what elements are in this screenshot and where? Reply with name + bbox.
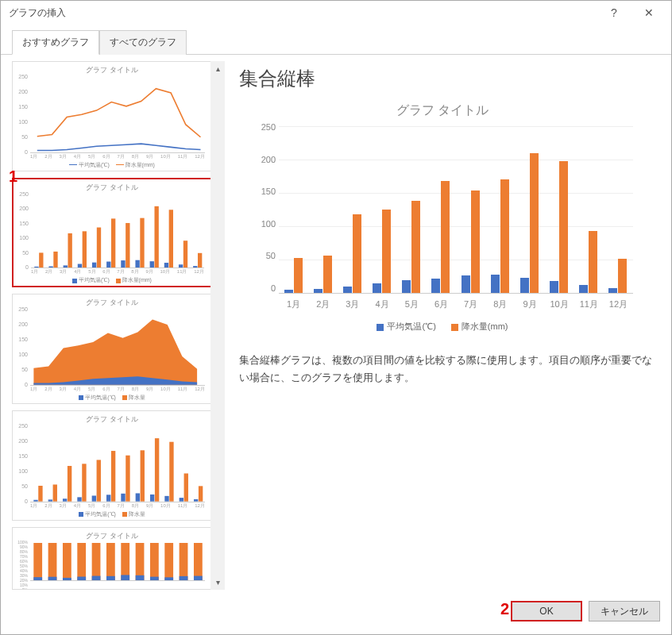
bar-group	[456, 126, 485, 293]
bar-temp	[462, 275, 470, 293]
chart-thumbnail-bar-2[interactable]: グラフ タイトル 250200150100500 1月2月3月4月5月6月7月8…	[12, 410, 212, 521]
svg-rect-53	[48, 576, 57, 580]
x-label: 12月	[604, 298, 633, 310]
thumbnail-list: グラフ タイトル 250200150100500 1月2月3月4	[12, 61, 218, 590]
svg-rect-33	[82, 464, 86, 501]
svg-rect-44	[164, 496, 168, 502]
svg-rect-17	[154, 206, 158, 268]
svg-rect-64	[136, 543, 145, 580]
svg-rect-23	[198, 252, 202, 267]
svg-rect-16	[150, 261, 154, 268]
insert-chart-dialog: グラフの挿入 ? ✕ おすすめグラフ すべてのグラフ 1 グラフ タイトル 25…	[0, 0, 672, 635]
bar-rain	[530, 153, 539, 293]
tabs: おすすめグラフ すべてのグラフ	[1, 25, 671, 55]
thumb-xticks: 1月2月3月4月5月6月7月8月9月10月11月12月	[30, 153, 205, 160]
svg-rect-73	[194, 575, 203, 580]
svg-rect-66	[150, 543, 159, 580]
svg-rect-54	[63, 543, 71, 580]
bar-rain	[471, 190, 480, 293]
svg-rect-9	[97, 227, 101, 267]
tab-all[interactable]: すべてのグラフ	[99, 30, 187, 55]
thumb-yticks: 250200150100500	[15, 74, 28, 155]
svg-rect-42	[150, 495, 154, 502]
bar-temp	[314, 289, 322, 293]
bar-rain	[411, 201, 420, 293]
legend-entry-temp: 平均気温(℃)	[377, 321, 438, 331]
thumb-title: グラフ タイトル	[17, 414, 207, 425]
svg-rect-28	[48, 499, 52, 501]
bar-group	[368, 126, 397, 293]
chart-thumbnail-clustered-bar[interactable]: グラフ タイトル 250200150100500 1月2月3月4月5月6月7月8…	[12, 178, 212, 288]
x-label: 11月	[574, 298, 604, 310]
chart-type-title: 集合縦棒	[239, 66, 654, 91]
svg-rect-26	[33, 500, 37, 502]
svg-rect-58	[92, 543, 101, 580]
bar-rain	[500, 179, 509, 293]
svg-rect-29	[53, 485, 57, 502]
bar-rain	[589, 231, 597, 293]
help-button[interactable]: ?	[597, 2, 631, 23]
bar-temp	[520, 278, 529, 293]
bar-temp	[402, 280, 411, 293]
svg-rect-39	[126, 456, 129, 502]
tab-recommended[interactable]: おすすめグラフ	[12, 30, 99, 55]
legend-swatch-orange	[451, 324, 458, 331]
dialog-title: グラフの挿入	[9, 6, 597, 20]
svg-rect-38	[121, 494, 125, 502]
thumb-yticks: 250200150100500	[15, 423, 28, 504]
chart-thumbnail-stacked[interactable]: グラフ タイトル 100%90%80%70%60%50%40%30%20%10%…	[12, 527, 212, 590]
scroll-up-icon[interactable]: ▴	[216, 61, 220, 76]
chart-thumbnail-line[interactable]: グラフ タイトル 250200150100500 1月2月3月4	[12, 61, 212, 171]
scroll-down-icon[interactable]: ▾	[216, 575, 220, 590]
titlebar: グラフの挿入 ? ✕	[1, 1, 671, 25]
chart-preview: グラフ タイトル 250 200 150 100 50 0	[244, 102, 641, 333]
x-label: 6月	[427, 298, 456, 310]
content-area: 1 グラフ タイトル 250200150100500	[1, 55, 671, 596]
thumb-yticks: 250200150100500	[16, 191, 29, 271]
svg-marker-24	[33, 320, 197, 385]
svg-rect-7	[83, 231, 87, 267]
bar-rain	[323, 256, 332, 293]
thumb-legend: 平均気温(℃) 降水量(mm)	[17, 161, 207, 169]
x-label: 5月	[397, 298, 427, 310]
svg-rect-57	[77, 576, 86, 580]
sidebar-scrollbar[interactable]: ▴ ▾	[210, 61, 225, 590]
svg-rect-31	[68, 466, 71, 502]
svg-rect-49	[199, 486, 203, 501]
plot-area	[279, 126, 633, 293]
cancel-button[interactable]: キャンセル	[589, 601, 660, 622]
bar-group	[279, 126, 308, 293]
svg-rect-40	[136, 493, 140, 501]
x-label: 2月	[308, 298, 338, 310]
x-axis-labels: 1月2月3月4月5月6月7月8月9月10月11月12月	[279, 298, 633, 310]
svg-rect-11	[111, 218, 115, 267]
svg-rect-46	[180, 498, 183, 502]
svg-rect-67	[150, 576, 159, 580]
x-label: 7月	[456, 298, 485, 310]
svg-rect-34	[92, 496, 96, 502]
svg-rect-41	[141, 450, 145, 501]
thumb-yticks: 100%90%80%70%60%50%40%30%20%10%0%	[15, 540, 28, 583]
svg-rect-19	[169, 210, 173, 267]
chart-legend: 平均気温(℃) 降水量(mm)	[244, 321, 641, 333]
chart-title: グラフ タイトル	[244, 102, 641, 119]
svg-rect-60	[106, 543, 115, 580]
svg-rect-70	[180, 543, 188, 580]
ok-button[interactable]: OK	[511, 601, 582, 622]
bar-temp	[284, 290, 293, 293]
bar-temp	[579, 285, 588, 293]
bar-group	[574, 126, 604, 293]
svg-rect-3	[53, 252, 57, 268]
svg-rect-71	[180, 576, 188, 580]
chart-thumbnail-area[interactable]: グラフ タイトル 250200150100500 1月2月3月4	[12, 294, 212, 404]
x-label: 9月	[515, 298, 544, 310]
thumb-xticks: 1月2月3月4月5月6月7月8月9月10月11月12月	[30, 386, 205, 393]
x-label: 10月	[545, 298, 574, 310]
thumb-legend: 平均気温(℃) 降水量	[17, 394, 207, 402]
chart-preview-panel: 集合縦棒 グラフ タイトル 250 200 150 100 50 0	[222, 61, 660, 590]
thumb-legend: 平均気温(℃) 降水量(mm)	[18, 276, 206, 284]
bar-rain	[353, 214, 361, 293]
close-button[interactable]: ✕	[631, 2, 666, 23]
svg-rect-5	[68, 233, 71, 268]
bar-temp	[550, 281, 558, 293]
